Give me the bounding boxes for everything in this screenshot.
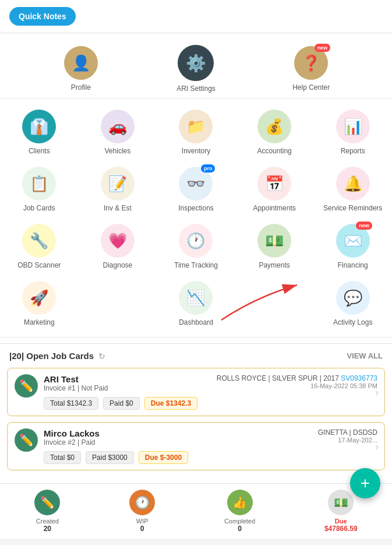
inspections-label: Inspections bbox=[178, 204, 214, 212]
job-cards-label: Job Cards bbox=[23, 204, 55, 212]
created-icon: ✏️ bbox=[40, 495, 55, 509]
time-tracking-icon: 🕐 bbox=[186, 232, 205, 250]
chevron-right-icon: › bbox=[375, 386, 379, 398]
paid-badge: Paid $3000 bbox=[86, 451, 134, 464]
header-bar: Quick Notes bbox=[0, 0, 392, 33]
nav-profile[interactable]: 👤 Profile bbox=[61, 46, 101, 92]
completed-icon: 👍 bbox=[232, 495, 247, 509]
table-row[interactable]: ✏️ Mirco Lackos Invoice #2 | Paid GINETT… bbox=[7, 422, 385, 470]
dashboard-icon: 📉 bbox=[186, 289, 205, 307]
icon-grid-section: 👤 Profile ⚙️ ARI Settings ❓ new Help Cen… bbox=[0, 33, 392, 343]
activity-logs-label: Activity Logs bbox=[333, 318, 372, 326]
stat-wip: 🕐 WIP 0 bbox=[129, 490, 155, 533]
view-all-link[interactable]: VIEW ALL bbox=[347, 351, 383, 360]
vehicles-label: Vehicles bbox=[105, 147, 131, 155]
payments-icon: 💵 bbox=[265, 232, 284, 250]
nav-job-cards[interactable]: 📋 Job Cards bbox=[0, 161, 79, 218]
due-badge: Due $1342.3 bbox=[144, 397, 197, 410]
refresh-icon[interactable]: ↻ bbox=[98, 351, 105, 361]
nav-reports[interactable]: 📊 Reports bbox=[313, 104, 392, 161]
nav-diagnose[interactable]: 💗 Diagnose bbox=[79, 218, 157, 275]
diagnose-icon: 💗 bbox=[108, 232, 127, 250]
invoice-status: Invoice #2 | Paid bbox=[44, 438, 100, 446]
top-icons-row: 👤 Profile ⚙️ ARI Settings ❓ new Help Cen… bbox=[0, 39, 392, 99]
customer-name: ARI Test bbox=[44, 374, 108, 384]
nav-inv-est[interactable]: 📝 Inv & Est bbox=[79, 161, 157, 218]
inv-est-icon: 📝 bbox=[108, 175, 127, 193]
obd-scanner-icon: 🔧 bbox=[30, 232, 48, 250]
payments-label: Payments bbox=[259, 261, 289, 269]
pencil-icon: ✏️ bbox=[19, 433, 34, 447]
job-cards-list: ✏️ ARI Test Invoice #1 | Not Paid ROLLS … bbox=[0, 368, 392, 483]
nav-help-center[interactable]: ❓ new Help Center bbox=[291, 46, 331, 92]
table-row[interactable]: ✏️ ARI Test Invoice #1 | Not Paid ROLLS … bbox=[7, 368, 385, 416]
nav-inspections[interactable]: 👓 pro Inspections bbox=[157, 161, 235, 218]
financing-icon: ✉️ bbox=[344, 232, 362, 250]
quick-notes-button[interactable]: Quick Notes bbox=[9, 7, 76, 26]
chevron-right-icon: › bbox=[375, 440, 379, 452]
nav-vehicles[interactable]: 🚗 Vehicles bbox=[79, 104, 157, 161]
help-icon: ❓ bbox=[302, 54, 320, 72]
nav-time-tracking[interactable]: 🕐 Time Tracking bbox=[157, 218, 235, 275]
appointments-label: Appointments bbox=[253, 204, 295, 212]
paid-badge: Paid $0 bbox=[103, 397, 140, 410]
inventory-icon: 📁 bbox=[186, 118, 205, 136]
avatar: ✏️ bbox=[15, 428, 38, 452]
total-badge: Total $1342.3 bbox=[44, 397, 98, 410]
nav-service-reminders[interactable]: 🔔 Service Reminders bbox=[313, 161, 392, 218]
stat-due: 💵 Due $47866.59 bbox=[324, 490, 358, 533]
wip-icon-circle: 🕐 bbox=[129, 490, 155, 515]
financing-label: Financing bbox=[338, 261, 368, 269]
due-value: $47866.59 bbox=[324, 525, 358, 533]
created-value: 20 bbox=[44, 525, 51, 533]
created-icon-circle: ✏️ bbox=[34, 490, 60, 515]
profile-label: Profile bbox=[71, 83, 91, 92]
appointments-icon: 📅 bbox=[265, 175, 284, 193]
nav-ari-settings[interactable]: ⚙️ ARI Settings bbox=[175, 45, 216, 93]
empty-slot-1 bbox=[79, 275, 157, 332]
financials-row: Total $0 Paid $3000 Due $-3000 bbox=[44, 451, 377, 464]
nav-obd-scanner[interactable]: 🔧 OBD Scanner bbox=[0, 218, 79, 275]
vehicles-icon: 🚗 bbox=[108, 118, 127, 136]
profile-icon: 👤 bbox=[72, 54, 90, 72]
pencil-icon: ✏️ bbox=[19, 379, 34, 393]
inv-est-label: Inv & Est bbox=[104, 204, 132, 212]
nav-payments[interactable]: 💵 Payments bbox=[235, 218, 314, 275]
due-icon-circle: 💵 bbox=[328, 490, 354, 515]
settings-icon: ⚙️ bbox=[186, 54, 206, 73]
nav-accounting[interactable]: 💰 Accounting bbox=[235, 104, 314, 161]
due-icon: 💵 bbox=[334, 495, 348, 509]
reports-label: Reports bbox=[341, 147, 365, 155]
completed-label: Completed bbox=[224, 518, 255, 525]
vehicle-info: GINETTA | DSDSD bbox=[318, 428, 377, 437]
nav-marketing[interactable]: 🚀 Marketing bbox=[0, 275, 79, 332]
inspections-pro-badge: pro bbox=[201, 164, 216, 173]
obd-scanner-label: OBD Scanner bbox=[17, 261, 61, 269]
completed-icon-circle: 👍 bbox=[227, 490, 253, 515]
help-new-badge: new bbox=[315, 44, 331, 52]
time-tracking-label: Time Tracking bbox=[174, 261, 218, 269]
invoice-link[interactable]: SV0936773 bbox=[341, 374, 377, 382]
open-cards-title: |20| Open Job Cards bbox=[9, 351, 94, 361]
nav-appointments[interactable]: 📅 Appointments bbox=[235, 161, 314, 218]
accounting-icon: 💰 bbox=[265, 118, 284, 136]
fab-add-button[interactable]: + bbox=[350, 468, 380, 498]
avatar: ✏️ bbox=[15, 374, 38, 398]
nav-clients[interactable]: 👔 Clients bbox=[0, 104, 79, 161]
nav-financing[interactable]: ✉️ new Financing bbox=[313, 218, 392, 275]
inventory-label: Inventory bbox=[182, 147, 210, 155]
clients-label: Clients bbox=[29, 147, 50, 155]
total-badge: Total $0 bbox=[44, 451, 81, 464]
nav-inventory[interactable]: 📁 Inventory bbox=[157, 104, 235, 161]
stat-completed: 👍 Completed 0 bbox=[224, 490, 255, 533]
ari-settings-label: ARI Settings bbox=[176, 85, 216, 93]
service-reminders-label: Service Reminders bbox=[323, 204, 382, 212]
accounting-label: Accounting bbox=[257, 147, 291, 155]
due-label: Due bbox=[335, 518, 347, 525]
financing-arrow bbox=[210, 279, 326, 326]
open-cards-header: |20| Open Job Cards ↻ VIEW ALL bbox=[0, 343, 392, 368]
main-icon-grid: 👔 Clients 🚗 Vehicles 📁 Inventory 💰 Accou… bbox=[0, 99, 392, 337]
vehicle-info: ROLLS ROYCE | SILVER SPUR | 2017 SV09367… bbox=[217, 374, 377, 382]
customer-name: Mirco Lackos bbox=[44, 428, 100, 438]
stat-created: ✏️ Created 20 bbox=[34, 490, 60, 533]
